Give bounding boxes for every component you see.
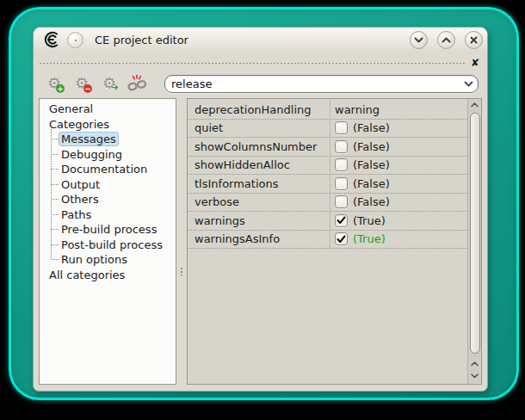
- chevron-up-icon: [442, 37, 451, 43]
- close-icon: [470, 36, 478, 44]
- sidebar-item-general[interactable]: General: [40, 102, 176, 117]
- window-menu-button[interactable]: [67, 32, 83, 48]
- property-value: (True): [353, 214, 386, 227]
- configuration-combobox[interactable]: release: [164, 75, 479, 93]
- sidebar-item-messages[interactable]: Messages: [40, 132, 176, 147]
- checkbox[interactable]: [335, 177, 348, 190]
- sidebar-item-debugging[interactable]: Debugging: [40, 147, 176, 163]
- category-tree: General Categories Messages Debugging Do…: [39, 98, 176, 385]
- minus-badge-icon: −: [83, 84, 92, 93]
- sidebar-item-all-categories[interactable]: All categories: [40, 268, 176, 283]
- splitter-handle[interactable]: [176, 98, 187, 385]
- scroll-down-button[interactable]: [468, 370, 481, 382]
- property-value: (False): [353, 195, 390, 208]
- sidebar-item-pre-build-process[interactable]: Pre-build process: [40, 222, 176, 238]
- chevron-down-icon[interactable]: [459, 81, 478, 87]
- tree-branch-icon: [51, 244, 59, 245]
- titlebar[interactable]: CE project editor: [34, 28, 487, 52]
- chevron-up-icon: [471, 102, 479, 108]
- sidebar-item-run-options[interactable]: Run options: [40, 252, 176, 268]
- categories-children: Messages Debugging Documentation Output …: [40, 132, 176, 268]
- dock-close-icon[interactable]: ✘: [468, 59, 482, 67]
- app-logo-icon: [42, 30, 61, 49]
- checkbox[interactable]: [335, 121, 348, 134]
- tree-branch-icon: [51, 184, 59, 185]
- table-row[interactable]: showHiddenAlloc (False): [188, 157, 467, 176]
- property-value: (False): [353, 158, 390, 171]
- copy-configuration-button[interactable]: ⚙ ➜: [99, 73, 120, 94]
- property-table: deprecationHandling warning quiet (False…: [187, 98, 482, 385]
- scrollbar-track[interactable]: [468, 111, 481, 358]
- sidebar-item-categories[interactable]: Categories: [40, 117, 176, 133]
- toolbar: ⚙ + ⚙ − ⚙ ➜ release: [34, 68, 487, 94]
- table-row[interactable]: quiet (False): [188, 120, 467, 139]
- chevron-down-icon: [414, 37, 423, 43]
- chevron-down-icon: [471, 374, 479, 379]
- dock-drag-handle[interactable]: [39, 61, 465, 65]
- scroll-up-button[interactable]: [468, 99, 481, 111]
- broken-chain-icon: [127, 73, 147, 94]
- table-row[interactable]: tlsInformations (False): [188, 175, 467, 194]
- plus-badge-icon: +: [56, 84, 65, 93]
- unlink-configuration-button[interactable]: [127, 73, 147, 94]
- table-row[interactable]: warnings (True): [188, 212, 467, 231]
- scroll-up-button-secondary[interactable]: [468, 358, 481, 370]
- tree-branch-icon: [51, 259, 59, 260]
- tree-branch-icon: [51, 229, 59, 230]
- property-value: (False): [353, 140, 390, 153]
- table-row[interactable]: warningsAsInfo (True): [188, 231, 467, 250]
- vertical-scrollbar[interactable]: [467, 99, 481, 384]
- add-configuration-button[interactable]: ⚙ +: [44, 73, 65, 94]
- close-button[interactable]: [465, 31, 483, 49]
- dock-header[interactable]: ✘: [39, 58, 482, 68]
- property-rows: deprecationHandling warning quiet (False…: [188, 99, 467, 384]
- property-value[interactable]: warning: [335, 103, 380, 116]
- window-title: CE project editor: [95, 34, 400, 46]
- tree-branch-icon: [51, 169, 59, 170]
- checkbox[interactable]: [335, 195, 348, 208]
- property-value: (False): [353, 121, 390, 134]
- table-row[interactable]: showColumnsNumber (False): [188, 138, 467, 157]
- checkbox[interactable]: [335, 158, 348, 171]
- arrow-badge-icon: ➜: [109, 83, 120, 93]
- tree-branch-icon: [51, 154, 59, 155]
- tree-branch-icon: [51, 139, 59, 139]
- remove-configuration-button[interactable]: ⚙ −: [71, 73, 92, 94]
- property-value: (True): [353, 232, 386, 245]
- sidebar-item-documentation[interactable]: Documentation: [40, 162, 176, 177]
- sidebar-item-post-build-process[interactable]: Post-build process: [40, 238, 176, 253]
- property-value: (False): [353, 177, 390, 190]
- chevron-up-icon: [471, 361, 479, 367]
- table-row[interactable]: verbose (False): [188, 194, 467, 213]
- configuration-combobox-value[interactable]: release: [165, 77, 459, 90]
- scrollbar-thumb[interactable]: [470, 113, 480, 354]
- checkbox[interactable]: [335, 232, 348, 245]
- ce-project-editor-window: CE project editor ✘ ⚙ + ⚙ − ⚙ ➜: [33, 27, 488, 392]
- table-row[interactable]: deprecationHandling warning: [188, 101, 467, 120]
- checkbox[interactable]: [335, 140, 348, 153]
- tree-branch-icon: [51, 214, 59, 215]
- content-area: General Categories Messages Debugging Do…: [39, 98, 482, 385]
- shade-button[interactable]: [410, 31, 428, 49]
- sidebar-item-paths[interactable]: Paths: [40, 207, 176, 223]
- sidebar-item-others[interactable]: Others: [40, 192, 176, 207]
- checkbox[interactable]: [335, 214, 348, 227]
- sidebar-item-output[interactable]: Output: [40, 177, 176, 193]
- tree-branch-icon: [51, 199, 59, 200]
- maximize-button[interactable]: [437, 31, 455, 49]
